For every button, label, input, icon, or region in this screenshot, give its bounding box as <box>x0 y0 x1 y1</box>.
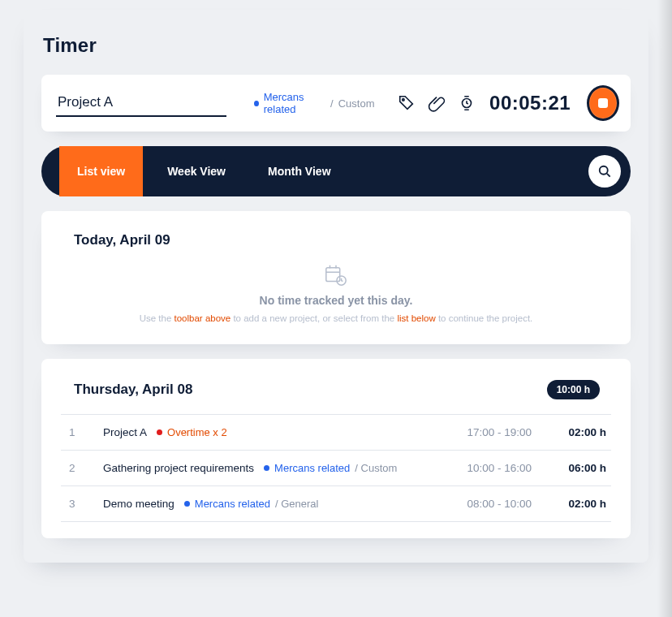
empty-message: No time tracked yet this day. <box>260 294 413 307</box>
day-title: Thursday, April 08 <box>74 382 192 398</box>
tag-label: Mercans related <box>274 462 350 474</box>
empty-hint: Use the toolbar above to add a new proje… <box>140 313 533 323</box>
tab-month-view[interactable]: Month View <box>250 146 349 196</box>
tag-label: Mercans related <box>195 498 270 510</box>
svg-point-2 <box>600 166 608 175</box>
tag-suffix: / General <box>275 498 318 510</box>
duration: 02:00 h <box>541 426 606 438</box>
project-path-suffix: Custom <box>338 97 375 110</box>
page-title: Timer <box>43 34 629 57</box>
duration: 06:00 h <box>541 462 606 474</box>
project-path-link[interactable]: Mercans related <box>264 91 325 115</box>
path-separator: / <box>330 97 334 110</box>
tag-dot-icon <box>157 429 162 435</box>
status-dot-icon <box>254 101 259 106</box>
time-range: 17:00 - 19:00 <box>434 426 532 438</box>
tab-label: List view <box>77 165 125 178</box>
hint-link-list[interactable]: list below <box>397 313 435 323</box>
day-card: Thursday, April 08 10:00 h 1Project AOve… <box>41 359 631 538</box>
entry-tag[interactable]: Mercans related / General <box>184 498 319 510</box>
time-range: 08:00 - 10:00 <box>434 498 532 510</box>
tag-dot-icon <box>184 501 190 507</box>
day-title: Today, April 09 <box>74 232 170 248</box>
tab-list-view[interactable]: List view <box>59 146 143 196</box>
row-index: 1 <box>66 426 93 438</box>
row-description: Project AOvertime x 2 <box>103 426 424 438</box>
attachment-icon[interactable] <box>428 93 446 114</box>
table-row[interactable]: 1Project AOvertime x 217:00 - 19:0002:00… <box>61 414 611 450</box>
day-card-today: Today, April 09 No time tracked yet this… <box>41 211 631 344</box>
entry-tag[interactable]: Overtime x 2 <box>157 426 227 438</box>
table-row[interactable]: 3Demo meetingMercans related / General08… <box>61 485 611 522</box>
project-path: Mercans related / Custom <box>254 91 375 115</box>
calendar-clock-icon <box>324 263 348 287</box>
svg-rect-3 <box>326 268 340 282</box>
time-range: 10:00 - 16:00 <box>434 462 532 474</box>
hint-link-toolbar[interactable]: toolbar above <box>174 313 231 323</box>
row-description: Gathering project requirementsMercans re… <box>103 462 424 474</box>
entry-tag[interactable]: Mercans related / Custom <box>264 462 397 474</box>
tag-suffix: / Custom <box>355 462 397 474</box>
entries-list: 1Project AOvertime x 217:00 - 19:0002:00… <box>61 414 611 522</box>
tab-label: Month View <box>268 165 331 178</box>
entry-name: Gathering project requirements <box>103 462 254 474</box>
tab-week-view[interactable]: Week View <box>149 146 243 196</box>
tag-label: Overtime x 2 <box>167 426 227 438</box>
timer-bar: Mercans related / Custom 00:05:21 <box>41 75 631 132</box>
entry-name: Project A <box>103 426 147 438</box>
search-icon <box>597 163 613 179</box>
svg-point-0 <box>403 99 404 101</box>
tag-icon[interactable] <box>398 93 416 114</box>
view-tabs: List view Week View Month View <box>41 146 631 196</box>
duration: 02:00 h <box>541 498 606 510</box>
watch-icon[interactable] <box>458 93 476 114</box>
tab-label: Week View <box>167 165 226 178</box>
day-total-badge: 10:00 h <box>547 380 600 399</box>
elapsed-time: 00:05:21 <box>489 92 571 114</box>
row-index: 3 <box>66 498 93 510</box>
table-row[interactable]: 2Gathering project requirementsMercans r… <box>61 450 611 485</box>
row-index: 2 <box>66 462 93 474</box>
stop-button[interactable] <box>587 85 619 121</box>
row-description: Demo meetingMercans related / General <box>103 498 424 510</box>
stop-icon <box>598 98 608 108</box>
tag-dot-icon <box>264 465 269 471</box>
entry-name: Demo meeting <box>103 498 174 510</box>
project-name-input[interactable] <box>56 89 226 117</box>
empty-state: No time tracked yet this day. Use the to… <box>61 260 611 328</box>
search-button[interactable] <box>588 155 621 188</box>
